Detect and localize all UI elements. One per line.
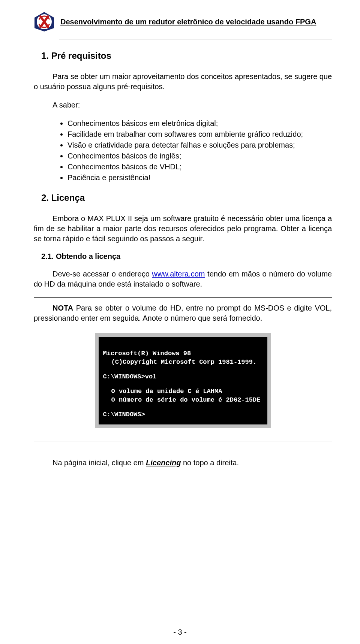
- prereq-list: Conhecimentos básicos em eletrônica digi…: [68, 118, 332, 183]
- section-1-asaber: A saber:: [34, 100, 332, 110]
- final-post: no topo a direita.: [181, 459, 239, 467]
- list-item: Conhecimentos básicos de VHDL;: [68, 162, 332, 172]
- note-lead: NOTA: [52, 304, 73, 312]
- list-item: Facilidade em trabalhar com softwares co…: [68, 129, 332, 139]
- terminal-line: Microsoft(R) Windows 98: [103, 350, 263, 358]
- msdos-terminal: Microsoft(R) Windows 98 (C)Copyright Mic…: [95, 333, 271, 428]
- note-text: NOTA Para se obter o volume do HD, entre…: [34, 303, 332, 323]
- document-title: Desenvolvimento de um redutor eletrônico…: [60, 18, 316, 26]
- terminal-line: C:\WINDOWS>: [103, 411, 263, 419]
- licencing-link[interactable]: Licencing: [146, 459, 181, 467]
- section-1-heading: 1. Pré requisitos: [34, 51, 332, 61]
- para2-pre: Deve-se acessar o endereço: [52, 270, 152, 278]
- final-paragraph: Na página inicial, clique em Licencing n…: [34, 458, 332, 468]
- note-block: NOTA Para se obter o volume do HD, entre…: [34, 303, 332, 323]
- final-pre: Na página inicial, clique em: [52, 459, 146, 467]
- section-1-intro: Para se obter um maior aproveitamento do…: [34, 72, 332, 92]
- list-item: Conhecimentos básicos em eletrônica digi…: [68, 118, 332, 129]
- section-2-para2: Deve-se acessar o endereço www.altera.co…: [34, 269, 332, 289]
- terminal-line: C:\WINDOWS>vol: [103, 373, 263, 381]
- note-top-divider: [34, 297, 332, 298]
- terminal-line: (C)Copyright Microsoft Corp 1981-1999.: [103, 358, 263, 367]
- page-number: - 3 -: [0, 628, 360, 637]
- note-bottom-divider: [34, 441, 332, 441]
- page-header: Desenvolvimento de um redutor eletrônico…: [34, 11, 332, 32]
- list-item: Conhecimentos básicos de inglês;: [68, 151, 332, 161]
- section-2-1-heading: 2.1. Obtendo a licença: [34, 252, 332, 261]
- terminal-line: O número de série do volume é 2D62-15DE: [103, 396, 263, 405]
- list-item: Visão e criatividade para detectar falha…: [68, 140, 332, 150]
- altera-link[interactable]: www.altera.com: [152, 270, 205, 278]
- terminal-screenshot: Microsoft(R) Windows 98 (C)Copyright Mic…: [34, 333, 332, 428]
- section-2-para1: Embora o MAX PLUX II seja um software gr…: [34, 214, 332, 244]
- list-item: Paciência e persistência!: [68, 173, 332, 183]
- header-divider: [59, 39, 332, 39]
- logo-icon: [34, 11, 55, 32]
- terminal-line: O volume da unidade C é LAHMA: [103, 387, 263, 396]
- note-rest: Para se obter o volume do HD, entre no p…: [34, 304, 332, 322]
- section-2-heading: 2. Licença: [34, 193, 332, 203]
